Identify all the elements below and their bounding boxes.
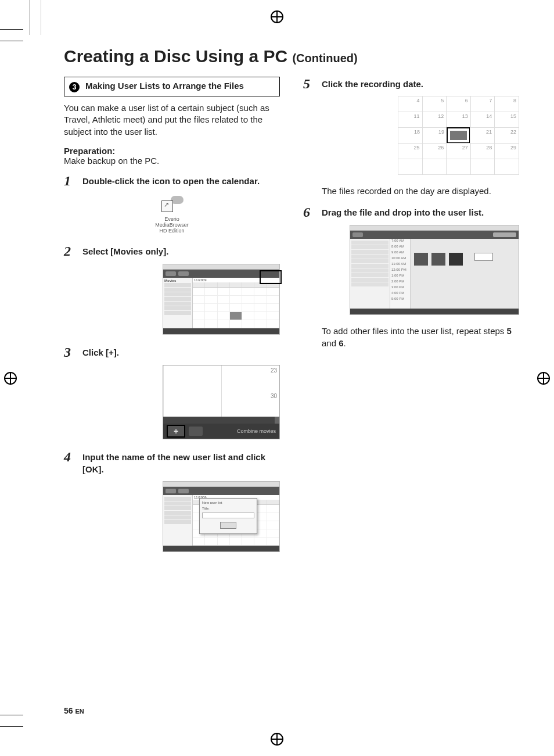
calendar-cell: 6 bbox=[446, 96, 471, 112]
calendar-cell bbox=[470, 159, 495, 175]
page-number-value: 56 bbox=[64, 706, 73, 715]
note-bold-5: 5 bbox=[507, 326, 512, 336]
mediabrowser-window: Movies 11/2009 bbox=[163, 264, 280, 335]
calendar-cell bbox=[422, 159, 447, 175]
time-label: 12:00 PM bbox=[390, 268, 410, 274]
app-toolbar bbox=[163, 487, 279, 495]
time-label: 10:00 AM bbox=[390, 256, 410, 262]
registration-mark-icon bbox=[271, 733, 283, 746]
calendar-grid bbox=[193, 288, 279, 328]
toolbar-chip bbox=[493, 232, 516, 237]
sidebar-item bbox=[164, 297, 191, 301]
app-sidebar bbox=[350, 239, 390, 309]
calendar-cell: 14 bbox=[470, 112, 495, 128]
calendar-row: 18192122 bbox=[398, 128, 519, 144]
dialog-text-field bbox=[202, 513, 254, 518]
step-text: Double-click the icon to open the calend… bbox=[82, 174, 260, 188]
step-text: Select [Movies only]. bbox=[82, 244, 168, 258]
calendar-cell: 5 bbox=[422, 96, 447, 112]
video-thumbnail bbox=[449, 253, 463, 266]
calendar-crop: 456781112131415181921222526272829 bbox=[398, 96, 519, 175]
time-label: 1:00 PM bbox=[390, 274, 410, 280]
drop-target bbox=[474, 253, 493, 261]
calendar-row: 2526272829 bbox=[398, 144, 519, 159]
section-intro: You can make a user list of a certain su… bbox=[64, 102, 280, 138]
calendar-cell: 8 bbox=[494, 96, 519, 112]
trim-guide bbox=[41, 0, 41, 35]
selected-date-thumbnail bbox=[450, 131, 467, 141]
app-sidebar: Movies bbox=[163, 278, 193, 328]
calendar-cell: 12 bbox=[422, 112, 447, 128]
time-label: 9:00 AM bbox=[390, 250, 410, 256]
toolbar-chip bbox=[166, 271, 176, 276]
dialog-title: New user list bbox=[202, 501, 254, 504]
calendar-cell: 18 bbox=[398, 127, 423, 144]
combine-movies-label: Combine movies bbox=[237, 428, 276, 434]
step-1: 1 Double-click the icon to open the cale… bbox=[64, 174, 280, 188]
sidebar-item bbox=[351, 282, 388, 286]
calendar-cell bbox=[446, 159, 471, 175]
thumbnail-canvas bbox=[411, 239, 519, 309]
section-heading-box: 3 Making User Lists to Arrange the Files bbox=[64, 77, 280, 96]
toolbar-chip bbox=[178, 489, 189, 493]
app-icon bbox=[159, 194, 185, 214]
note-part-a: To add other files into the user list, r… bbox=[322, 326, 507, 336]
calendar-cell: 13 bbox=[446, 112, 471, 128]
step-number: 2 bbox=[64, 244, 75, 258]
calendar-cell: 23 bbox=[221, 366, 279, 391]
step-2: 2 Select [Movies only]. bbox=[64, 244, 280, 258]
registration-mark-icon bbox=[271, 10, 283, 23]
toolbar-chip bbox=[178, 271, 189, 276]
main-panel: 7:00 AM8:00 AM9:00 AM10:00 AM11:00 AM12:… bbox=[390, 239, 519, 309]
calendar-cell: 4 bbox=[398, 96, 423, 112]
calendar-row: 1112131415 bbox=[398, 112, 519, 128]
video-thumbnail bbox=[414, 253, 428, 266]
scrollbar-thumb bbox=[275, 417, 279, 424]
trim-guide bbox=[0, 41, 23, 41]
time-label: 4:00 PM bbox=[390, 291, 410, 297]
calendar-row bbox=[398, 159, 519, 175]
page-lang: EN bbox=[75, 708, 84, 715]
mediabrowser-drag-window: 7:00 AM8:00 AM9:00 AM10:00 AM11:00 AM12:… bbox=[350, 225, 519, 315]
everio-desktop-icon: Everio MediaBrowser HD Edition bbox=[147, 194, 197, 234]
sidebar-item bbox=[351, 250, 388, 254]
sidebar-item bbox=[164, 283, 191, 287]
manual-page: Creating a Disc Using a PC (Continued) 3… bbox=[0, 0, 554, 756]
plus-button-crop: 23 30 + Combine movies bbox=[163, 365, 280, 439]
mediabrowser-window-with-dialog: 11/2009 bbox=[163, 481, 280, 552]
calendar-cell bbox=[163, 391, 221, 417]
figure-step6: 7:00 AM8:00 AM9:00 AM10:00 AM11:00 AM12:… bbox=[303, 225, 519, 315]
bottom-toolbar: + Combine movies bbox=[163, 424, 279, 439]
page-title: Creating a Disc Using a PC (Continued) bbox=[64, 46, 519, 66]
time-label: 8:00 AM bbox=[390, 245, 410, 250]
time-label: 2:00 PM bbox=[390, 280, 410, 285]
calendar-cell: 21 bbox=[470, 127, 495, 144]
step-4: 4 Input the name of the new user list an… bbox=[64, 450, 280, 475]
sidebar-item bbox=[164, 311, 191, 315]
preparation-heading: Preparation: bbox=[64, 146, 280, 156]
app-sidebar bbox=[163, 495, 193, 546]
video-thumbnail bbox=[431, 253, 445, 266]
app-footer bbox=[350, 309, 519, 314]
dialog-ok-button bbox=[220, 522, 236, 529]
sidebar-item bbox=[164, 292, 191, 296]
calendar-row: 45678 bbox=[398, 96, 519, 112]
figure-step3: 23 30 + Combine movies bbox=[64, 365, 280, 439]
callout-box-icon bbox=[260, 270, 282, 284]
plus-button: + bbox=[167, 425, 185, 438]
calendar-cell bbox=[398, 159, 423, 175]
calendar-thumbnail bbox=[230, 312, 242, 320]
sidebar-item bbox=[351, 264, 388, 268]
step-number: 3 bbox=[64, 345, 75, 359]
calendar-cell bbox=[494, 159, 519, 175]
calendar-row: 23 bbox=[163, 366, 279, 391]
sidebar-item bbox=[164, 306, 191, 310]
sidebar-header: Movies bbox=[164, 279, 191, 282]
figure-step4: 11/2009 bbox=[64, 481, 280, 552]
title-main: Creating a Disc Using a PC bbox=[64, 46, 287, 66]
calendar-cell: 30 bbox=[221, 391, 279, 417]
app-toolbar bbox=[350, 231, 519, 239]
trim-guide bbox=[0, 29, 23, 30]
app-footer bbox=[163, 328, 279, 334]
step6-note: To add other files into the user list, r… bbox=[322, 325, 519, 349]
